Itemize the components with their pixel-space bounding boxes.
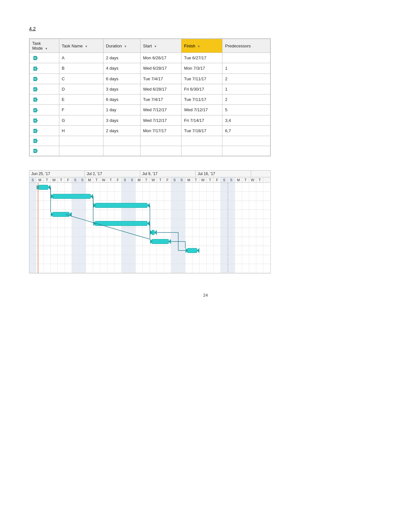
task-finish-cell: Tue 7/11/17 (181, 94, 222, 105)
gantt-cell (192, 183, 200, 192)
gantt-cell (129, 255, 136, 264)
gantt-cell (107, 219, 114, 228)
gantt-cell (136, 255, 143, 264)
gantt-cell (36, 219, 44, 228)
gantt-cell (192, 219, 200, 228)
task-predecessors-cell: 1 (222, 63, 270, 74)
gantt-day-22: M (185, 177, 192, 182)
gantt-cell (235, 183, 242, 192)
gantt-cell (100, 228, 107, 237)
col-duration[interactable]: Duration ▼ (103, 39, 140, 53)
gantt-cell (29, 228, 36, 237)
gantt-cell (185, 228, 192, 237)
task-predecessors-cell: 3,4 (222, 115, 270, 125)
gantt-cell (29, 210, 36, 219)
gantt-cell (207, 264, 214, 273)
gantt-cell (107, 210, 114, 219)
task-mode-cell (30, 146, 59, 156)
gantt-day-14: S (129, 177, 136, 182)
week-2: Jul 2, '17 (85, 171, 140, 177)
gantt-cell (51, 246, 58, 255)
gantt-cell (192, 228, 200, 237)
gantt-cell (36, 201, 44, 210)
gantt-cell (79, 228, 86, 237)
gantt-cell (242, 264, 249, 273)
task-mode-icon-empty (32, 138, 39, 143)
task-mode-icon (32, 65, 39, 72)
gantt-cell (136, 246, 143, 255)
gantt-cell (122, 183, 129, 192)
col-start[interactable]: Start ▼ (140, 39, 181, 53)
gantt-cell (58, 201, 65, 210)
gantt-cell (235, 228, 242, 237)
task-start-cell-empty (140, 136, 181, 146)
col-task-mode[interactable]: TaskMode ▼ (30, 39, 59, 53)
gantt-cell (221, 183, 228, 192)
gantt-cell (242, 237, 249, 246)
gantt-cell (65, 237, 72, 246)
gantt-cell (114, 228, 122, 237)
gantt-cell (207, 183, 214, 192)
gantt-cell (44, 183, 51, 192)
task-start-cell: Wed 7/12/17 (140, 105, 181, 115)
task-mode-cell (30, 74, 59, 84)
gantt-cell (36, 183, 44, 192)
gantt-cell (136, 237, 143, 246)
gantt-cell (129, 228, 136, 237)
gantt-cell (178, 228, 185, 237)
gantt-cell (143, 246, 150, 255)
gantt-cell (122, 255, 129, 264)
gantt-day-1: M (36, 177, 44, 182)
gantt-cell (171, 192, 178, 201)
week-3: Jul 9, '17 (140, 171, 196, 177)
gantt-day-headers: SMTWTFSSMTWTFSSMTWTFSSMTWTFSSMTWT (29, 177, 270, 183)
gantt-cell (192, 210, 200, 219)
gantt-cell (29, 237, 36, 246)
gantt-cell (256, 255, 263, 264)
col-finish[interactable]: Finish ▼ (181, 39, 222, 53)
gantt-day-25: T (207, 177, 214, 182)
gantt-cell (214, 219, 221, 228)
gantt-day-18: T (157, 177, 164, 182)
task-mode-icon (32, 54, 39, 61)
gantt-cell (150, 255, 157, 264)
gantt-cell (51, 228, 58, 237)
gantt-cell (79, 255, 86, 264)
gantt-cell (150, 219, 157, 228)
gantt-cell (242, 228, 249, 237)
gantt-cell (72, 264, 79, 273)
gantt-cell (58, 246, 65, 255)
gantt-cell (164, 237, 171, 246)
table-row: B 4 days Wed 6/28/17 Mon 7/3/17 1 (30, 63, 270, 74)
task-duration-cell: 6 days (103, 74, 140, 84)
gantt-cell (129, 210, 136, 219)
gantt-cell (235, 246, 242, 255)
gantt-day-17: W (150, 177, 157, 182)
gantt-cell (129, 246, 136, 255)
gantt-cell (171, 246, 178, 255)
gantt-cell (171, 255, 178, 264)
gantt-cell (72, 228, 79, 237)
gantt-cell (100, 201, 107, 210)
gantt-cell (65, 264, 72, 273)
gantt-cell (100, 219, 107, 228)
gantt-cell (200, 201, 207, 210)
task-name-cell: F (59, 105, 103, 115)
gantt-cell (164, 210, 171, 219)
col-predecessors[interactable]: Predecessors . (222, 39, 270, 53)
col-task-name[interactable]: Task Name ▼ (59, 39, 103, 53)
gantt-cell (136, 210, 143, 219)
gantt-cell (107, 264, 114, 273)
gantt-cell (150, 264, 157, 273)
gantt-cell (150, 237, 157, 246)
gantt-cell (107, 192, 114, 201)
gantt-cell (157, 183, 164, 192)
task-finish-cell: Wed 7/12/17 (181, 105, 222, 115)
gantt-cell (207, 219, 214, 228)
gantt-cell (44, 219, 51, 228)
gantt-cell (65, 255, 72, 264)
gantt-cell (36, 255, 44, 264)
task-mode-icon (32, 86, 39, 93)
gantt-cell (249, 255, 256, 264)
gantt-week-headers: Jun 25, '17 Jul 2, '17 Jul 9, '17 Jul 16… (29, 171, 270, 177)
